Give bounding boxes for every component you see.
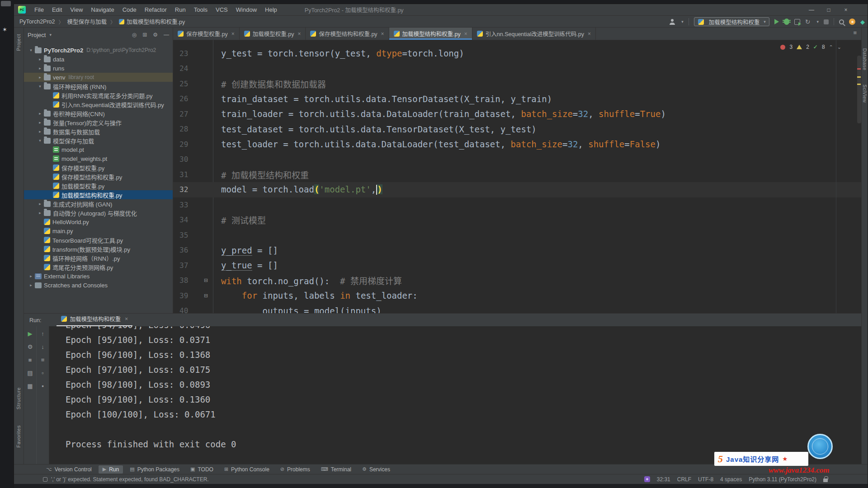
next-problem-icon[interactable]: ⌄ <box>837 44 841 50</box>
inspections-widget[interactable]: 3 2 ✓ 8 ⌃ ⌄ <box>780 44 841 50</box>
warning-stripe-mark[interactable] <box>857 76 861 78</box>
status-inspector-icon[interactable] <box>43 477 47 482</box>
scroll-to-end-icon[interactable]: ▫ <box>42 370 44 376</box>
editor-tab[interactable]: 保存模型权重.py× <box>173 28 240 40</box>
chevron-right-icon[interactable]: ▸ <box>37 111 43 116</box>
editor-tab[interactable]: 加载模型结构和权重.py× <box>389 28 472 40</box>
hide-panel-icon[interactable]: — <box>164 32 169 38</box>
toolwindow-button-run[interactable]: ▶Run <box>99 465 123 474</box>
stop-button[interactable]: ■ <box>28 357 32 363</box>
code-line[interactable]: 40 outputs = model(inputs) <box>173 303 862 314</box>
tree-row[interactable]: model.pt <box>24 145 173 154</box>
code-line[interactable]: 34# 测试模型 <box>173 212 862 228</box>
tree-row[interactable]: ▸生成式对抗网络 (GAN) <box>24 199 173 208</box>
tree-row[interactable]: ▸卷积神经网络(CNN) <box>24 109 173 118</box>
code-line[interactable]: 30 <box>173 152 862 167</box>
code-line[interactable]: 35 <box>173 227 862 243</box>
user-profile-icon[interactable] <box>669 19 675 25</box>
tree-row[interactable]: ▸External Libraries <box>24 272 173 281</box>
up-stack-icon[interactable]: ↑ <box>41 331 44 337</box>
run-console-tab[interactable]: 加载模型结构和权重 × <box>57 313 132 326</box>
chevron-down-icon[interactable]: ▾ <box>681 19 684 24</box>
chevron-right-icon[interactable]: ▸ <box>37 202 43 206</box>
restore-layout-icon[interactable]: ▦ <box>27 383 33 389</box>
tree-row[interactable]: 保存模型权重.py <box>24 163 173 172</box>
coverage-button[interactable] <box>794 19 800 25</box>
tree-row[interactable]: ▸Scratches and Consoles <box>24 281 173 290</box>
interpreter-badge-icon[interactable] <box>644 476 650 482</box>
debug-button[interactable] <box>784 19 789 25</box>
tree-row[interactable]: model_weights.pt <box>24 154 173 163</box>
tree-row[interactable]: ▾循环神经网络 (RNN) <box>24 82 173 91</box>
editor-tab[interactable]: 保存模型结构和权重.py× <box>306 28 389 40</box>
tree-row[interactable]: ▾PyTorch2Pro2D:\python_pro\PyTorch2Pro2 <box>24 46 173 55</box>
menu-window[interactable]: Window <box>232 4 261 15</box>
close-button[interactable]: × <box>842 7 849 13</box>
tree-row[interactable]: 保存模型结构和权重.py <box>24 172 173 181</box>
tree-row[interactable]: ▸data <box>24 55 173 64</box>
chevron-right-icon[interactable]: ▸ <box>37 211 43 215</box>
stripe-tab-project[interactable]: Project <box>16 34 21 51</box>
code-line[interactable]: 26train_dataset = torch.utils.data.Tenso… <box>173 91 862 107</box>
code-line[interactable]: 36y_pred = [] <box>173 243 862 258</box>
chevron-right-icon[interactable]: ▸ <box>37 66 43 70</box>
toolwindow-button-python-packages[interactable]: ▤Python Packages <box>126 465 184 474</box>
toolwindow-button-python-console[interactable]: ⊞Python Console <box>220 465 274 474</box>
run-button[interactable] <box>774 19 779 24</box>
tree-row[interactable]: 利用RNN实现鸢尾花多分类问题.py <box>24 91 173 100</box>
stripe-tab-structure[interactable]: Structure <box>16 387 21 409</box>
editor-tab[interactable]: 加载模型权重.py× <box>240 28 306 40</box>
project-view-selector[interactable]: Project ▾ <box>28 32 52 38</box>
tree-row[interactable]: 加载模型结构和权重.py <box>24 190 173 199</box>
lock-icon[interactable] <box>823 479 828 482</box>
menu-code[interactable]: Code <box>118 4 141 15</box>
chevron-down-icon[interactable]: ▾ <box>28 48 34 52</box>
code-line[interactable]: 27train_loader = torch.utils.data.DataLo… <box>173 106 862 122</box>
python-interpreter-widget[interactable]: Python 3.11 (PyTorch2Pro2) <box>749 476 816 483</box>
code-line[interactable]: 23y_test = torch.tensor(y_test, dtype=to… <box>173 46 862 61</box>
gear-icon[interactable]: ⚙ <box>153 32 158 38</box>
maximize-button[interactable]: □ <box>825 7 832 13</box>
close-icon[interactable]: × <box>297 31 301 37</box>
close-icon[interactable]: × <box>125 316 128 322</box>
menu-run[interactable]: Run <box>171 4 190 15</box>
close-icon[interactable]: × <box>381 31 384 37</box>
chevron-right-icon[interactable]: ▸ <box>37 75 43 80</box>
code-line[interactable]: 37y_true = [] <box>173 258 862 273</box>
run-settings-icon[interactable]: ⚙ <box>28 344 33 350</box>
notification-icon[interactable] <box>849 19 855 25</box>
toolwindow-button-todo[interactable]: ▣TODO <box>186 465 217 474</box>
encoding-widget[interactable]: UTF-8 <box>698 476 713 483</box>
locate-file-icon[interactable]: ◎ <box>132 32 137 38</box>
close-icon[interactable]: × <box>231 31 235 37</box>
code-line[interactable]: 28test_dataset = torch.utils.data.Tensor… <box>173 122 862 137</box>
chevron-down-icon[interactable]: ▾ <box>816 19 819 24</box>
chevron-down-icon[interactable]: ▾ <box>37 138 43 143</box>
clear-console-icon[interactable]: ▪ <box>42 383 44 389</box>
menu-edit[interactable]: Edit <box>48 4 66 15</box>
breadcrumb-item[interactable]: PyTorch2Pro2 <box>19 19 56 25</box>
fold-marker-icon[interactable]: ⊟ <box>204 293 208 299</box>
editor-scrollbar[interactable] <box>857 56 861 123</box>
toolwindow-button-problems[interactable]: ⊘Problems <box>276 465 314 474</box>
tree-row[interactable]: HelloWorld.py <box>24 217 173 226</box>
tree-row[interactable]: ▾模型保存与加载 <box>24 136 173 145</box>
plugin-gem-icon[interactable]: ◆ <box>860 19 865 25</box>
dump-threads-icon[interactable]: ▤ <box>27 370 33 376</box>
tree-row[interactable]: 加载模型权重.py <box>24 181 173 190</box>
breadcrumb-item[interactable]: 模型保存与加载 <box>66 17 108 26</box>
chevron-right-icon[interactable]: ▸ <box>28 283 34 287</box>
collapse-all-icon[interactable]: ⊞ <box>142 32 147 38</box>
tree-row[interactable]: ▸自动微分 (Autograd) 与梯度优化 <box>24 208 173 217</box>
line-separator-widget[interactable]: CRLF <box>677 476 691 483</box>
tree-row[interactable]: ▸venvlibrary root <box>24 73 173 82</box>
stripe-tab-favorites[interactable]: Favorites <box>16 425 21 448</box>
search-everywhere-icon[interactable] <box>839 19 844 24</box>
tree-row[interactable]: transform(数据预处理)模块.py <box>24 244 173 253</box>
tree-row[interactable]: ▸数据集与数据加载 <box>24 127 173 136</box>
chevron-down-icon[interactable]: ▾ <box>37 84 43 89</box>
stripe-tab-sciview[interactable]: SciView <box>862 84 868 103</box>
chevron-right-icon[interactable]: ▸ <box>37 57 43 61</box>
run-configuration-select[interactable]: 加载模型结构和权重 ▾ <box>694 17 769 26</box>
code-editor[interactable]: 23y_test = torch.tensor(y_test, dtype=to… <box>173 40 862 313</box>
